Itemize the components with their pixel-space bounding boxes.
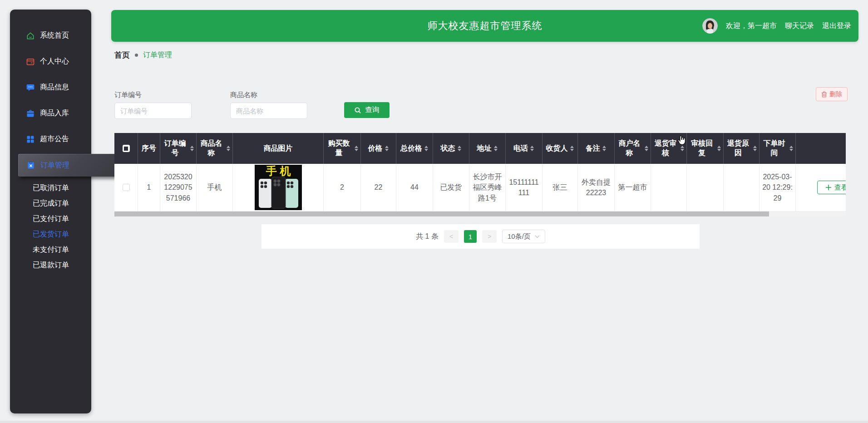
delete-button[interactable]: 删除 — [816, 87, 848, 101]
briefcase-icon — [26, 109, 35, 118]
column-label: 序号 — [142, 144, 156, 153]
select-all-checkbox[interactable] — [123, 145, 130, 152]
cell-audit-reply — [687, 164, 724, 211]
column-header-11[interactable]: 备注 — [578, 133, 615, 164]
total-count-text: 共 1 条 — [416, 232, 439, 241]
prev-page-button[interactable]: < — [444, 230, 459, 243]
column-label: 退货审核 — [653, 139, 678, 158]
submenu-item-cancelled[interactable]: 已取消订单 — [10, 180, 91, 196]
sort-caret-icon[interactable] — [645, 146, 649, 151]
sidebar-item-label: 超市公告 — [40, 134, 69, 144]
orders-table: 序号订单编号商品名称商品图片购买数量价格总价格状态地址电话收货人备注商户名称退货… — [114, 133, 846, 216]
breadcrumb-current: 订单管理 — [143, 50, 172, 60]
column-label: 购买数量 — [326, 139, 352, 158]
sidebar-item-label: 商品信息 — [40, 83, 69, 92]
cell-quantity: 2 — [324, 164, 361, 211]
view-button[interactable]: 查看 — [817, 181, 846, 194]
column-label: 商户名称 — [616, 139, 642, 158]
column-header-0: 序号 — [138, 133, 160, 164]
cell-address: 长沙市开福区秀峰路1号 — [469, 164, 506, 211]
column-header-2[interactable]: 商品名称 — [197, 133, 233, 164]
sidebar-item-product-stock[interactable]: 商品入库 — [10, 100, 91, 126]
sort-caret-icon[interactable] — [227, 146, 231, 151]
dot-icon — [135, 54, 138, 57]
column-header-7[interactable]: 状态 — [433, 133, 469, 164]
column-label: 地址 — [477, 144, 492, 153]
column-header-13[interactable]: 退货审核 — [651, 133, 687, 164]
submenu-item-completed[interactable]: 已完成订单 — [10, 196, 91, 211]
app-header: 师大校友惠超市管理系统 欢迎，第一超市 聊天记录 退出登录 — [111, 10, 858, 42]
sidebar-item-notice[interactable]: 超市公告 — [10, 126, 91, 152]
chat-history-link[interactable]: 聊天记录 — [785, 21, 814, 31]
column-label: 收货人 — [546, 144, 568, 153]
column-header-6[interactable]: 总价格 — [396, 133, 433, 164]
column-label: 下单时间 — [761, 139, 787, 158]
column-header-10[interactable]: 收货人 — [542, 133, 578, 164]
sort-caret-icon[interactable] — [753, 146, 757, 151]
submenu-item-unpaid[interactable]: 未支付订单 — [10, 242, 91, 257]
sort-caret-icon[interactable] — [789, 146, 794, 151]
delete-button-label: 删除 — [829, 90, 842, 98]
row-checkbox[interactable] — [123, 184, 130, 191]
row-checkbox-cell — [114, 164, 138, 211]
product-name-label: 商品名称 — [230, 91, 257, 99]
sort-caret-icon[interactable] — [494, 146, 498, 151]
page-size-select[interactable]: 10条/页 — [502, 230, 545, 243]
sort-caret-icon[interactable] — [681, 146, 685, 151]
horizontal-scrollbar — [114, 212, 846, 216]
sidebar-item-orders[interactable]: 订单管理 — [18, 154, 123, 177]
sidebar-item-label: 订单管理 — [40, 161, 69, 170]
sort-caret-icon[interactable] — [424, 146, 429, 151]
sort-caret-icon[interactable] — [190, 146, 194, 151]
order-no-input[interactable] — [114, 103, 192, 119]
cell-price: 22 — [361, 164, 396, 211]
column-header-1[interactable]: 订单编号 — [160, 133, 197, 164]
table-header-checkbox-cell — [114, 133, 138, 164]
column-header-12[interactable]: 商户名称 — [615, 133, 651, 164]
column-label: 审核回复 — [689, 139, 715, 158]
sort-caret-icon[interactable] — [458, 146, 462, 151]
sidebar-item-profile[interactable]: 个人中心 — [10, 49, 91, 74]
cell-return-audit — [651, 164, 687, 211]
column-label: 电话 — [513, 144, 528, 153]
sidebar-item-home[interactable]: 系统首页 — [10, 23, 91, 49]
order-icon — [26, 161, 35, 170]
column-header-4[interactable]: 购买数量 — [324, 133, 361, 164]
submenu-item-refunded[interactable]: 已退款订单 — [10, 257, 91, 273]
table-row: 1 20253201229075571966 手机 手 机 — [114, 164, 846, 212]
table-header: 序号订单编号商品名称商品图片购买数量价格总价格状态地址电话收货人备注商户名称退货… — [114, 133, 846, 164]
column-header-9[interactable]: 电话 — [506, 133, 542, 164]
submenu-item-paid[interactable]: 已支付订单 — [10, 211, 91, 226]
sort-caret-icon[interactable] — [385, 146, 389, 151]
column-header-16[interactable]: 下单时间 — [760, 133, 796, 164]
search-button-label: 查询 — [365, 105, 380, 115]
search-button[interactable]: 查询 — [344, 102, 390, 118]
product-name-input[interactable] — [230, 103, 307, 119]
cell-actions: 查看 — [796, 164, 846, 211]
submenu-item-shipped[interactable]: 已发货订单 — [10, 226, 91, 242]
cell-phone: 15111111111 — [506, 164, 542, 211]
pagination: 共 1 条 < 1 > 10条/页 — [261, 224, 700, 249]
sort-caret-icon[interactable] — [530, 146, 534, 151]
page-1-button[interactable]: 1 — [464, 230, 477, 243]
sort-caret-icon[interactable] — [602, 146, 607, 151]
orders-submenu: 已取消订单已完成订单已支付订单已发货订单未支付订单已退款订单 — [10, 180, 91, 273]
horizontal-scrollbar-thumb[interactable] — [114, 212, 769, 216]
bottom-edge — [0, 421, 868, 423]
cell-index: 1 — [138, 164, 160, 211]
column-header-14[interactable]: 审核回复 — [687, 133, 724, 164]
sort-caret-icon[interactable] — [717, 146, 721, 151]
sort-caret-icon[interactable] — [570, 146, 574, 151]
welcome-text: 欢迎，第一超市 — [726, 21, 777, 31]
column-header-actions — [796, 133, 846, 164]
logout-link[interactable]: 退出登录 — [822, 21, 851, 31]
breadcrumb-home[interactable]: 首页 — [114, 50, 130, 60]
column-header-8[interactable]: 地址 — [469, 133, 506, 164]
sidebar-item-product-info[interactable]: 商品信息 — [10, 74, 91, 100]
column-label: 备注 — [586, 144, 600, 153]
sort-caret-icon[interactable] — [355, 146, 359, 151]
column-header-5[interactable]: 价格 — [361, 133, 396, 164]
product-image: 手 机 — [255, 165, 302, 210]
next-page-button[interactable]: > — [482, 230, 497, 243]
column-header-15[interactable]: 退货原因 — [724, 133, 760, 164]
